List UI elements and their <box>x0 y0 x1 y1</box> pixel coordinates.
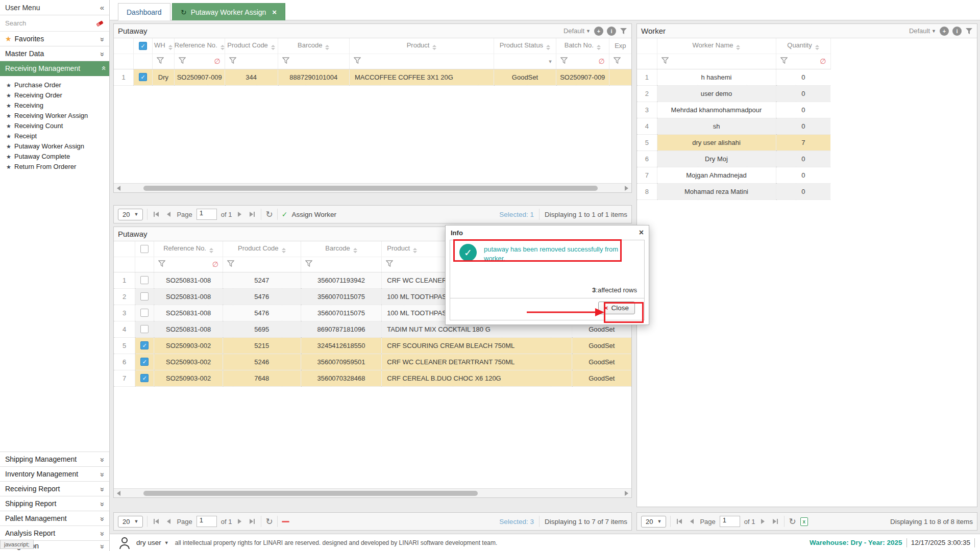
filter-funnel-icon[interactable] <box>386 260 393 267</box>
sidebar-section-master-data[interactable]: Master Data » <box>0 46 109 61</box>
search-input[interactable] <box>5 19 82 27</box>
horizontal-scrollbar[interactable] <box>114 488 631 497</box>
column-header-product-code[interactable]: Product Code <box>223 241 301 257</box>
table-row[interactable]: 1h hashemi0 <box>637 69 830 85</box>
page-size-select[interactable]: 20▼ <box>118 209 143 220</box>
add-view-button[interactable]: + <box>594 27 603 36</box>
first-page-button[interactable] <box>152 517 161 526</box>
row-checkbox[interactable] <box>140 325 149 333</box>
page-size-select[interactable]: 20▼ <box>641 516 666 528</box>
refresh-tab-icon[interactable]: ↻ <box>181 8 187 16</box>
filter-funnel-icon[interactable] <box>229 57 236 64</box>
row-checkbox[interactable] <box>140 309 149 317</box>
sidebar-item-putaway-worker-assign[interactable]: ★Putaway Worker Assign <box>0 141 109 152</box>
sidebar-item-receiving-worker-assign[interactable]: ★Receiving Worker Assign <box>0 111 109 121</box>
table-row[interactable]: 2user demo0 <box>637 85 830 102</box>
filter-funnel-icon[interactable] <box>354 57 361 64</box>
user-menu-dropdown[interactable]: dry user▼ <box>136 539 169 546</box>
filter-funnel-icon[interactable] <box>227 260 234 267</box>
page-size-select[interactable]: 20▼ <box>118 516 143 528</box>
filter-funnel-icon[interactable] <box>662 57 669 64</box>
filter-funnel-icon[interactable] <box>282 57 289 64</box>
select-all-checkbox[interactable]: ✓ <box>139 42 147 50</box>
first-page-button[interactable] <box>152 210 161 219</box>
scroll-left-arrow[interactable] <box>117 186 120 191</box>
filter-funnel-icon[interactable] <box>157 57 164 64</box>
table-row[interactable]: 5dry user alishahi7 <box>637 134 830 151</box>
sidebar-section-receiving-management[interactable]: Receiving Management » <box>0 61 109 76</box>
assign-worker-button[interactable]: Assign Worker <box>291 211 336 218</box>
prev-page-button[interactable] <box>688 517 696 526</box>
table-row[interactable]: 7✓SO250903-00276483560070328468CRF CEREA… <box>114 370 631 386</box>
view-selector[interactable]: Default▼ <box>909 27 936 35</box>
sidebar-item-return-from-orderer[interactable]: ★Return From Orderer <box>0 162 109 172</box>
tab-dashboard[interactable]: Dashboard <box>118 3 170 20</box>
column-header-barcode[interactable]: Barcode <box>301 241 382 257</box>
prev-page-button[interactable] <box>165 210 173 219</box>
row-checkbox[interactable] <box>140 292 149 300</box>
column-header-wh[interactable]: WH <box>152 38 174 54</box>
row-checkbox[interactable] <box>140 276 149 284</box>
filter-funnel-icon[interactable] <box>305 260 312 267</box>
sidebar-collapse-icon[interactable]: « <box>100 3 104 12</box>
page-input[interactable]: 1 <box>720 516 740 527</box>
last-page-button[interactable] <box>771 517 780 526</box>
column-header-worker-name[interactable]: Worker Name <box>657 38 776 54</box>
first-page-button[interactable] <box>675 517 684 526</box>
sidebar-item-receiving-count[interactable]: ★Receiving Count <box>0 121 109 131</box>
sidebar-item-receiving[interactable]: ★Receiving <box>0 101 109 111</box>
view-selector[interactable]: Default▼ <box>564 27 591 35</box>
refresh-grid-button[interactable]: ↻ <box>265 210 273 219</box>
column-header-quantity[interactable]: Quantity <box>776 38 830 54</box>
sidebar-section-shipping-report[interactable]: Shipping Report» <box>0 496 109 511</box>
next-page-button[interactable] <box>236 517 243 526</box>
scroll-right-arrow[interactable] <box>625 186 628 191</box>
filter-icon[interactable] <box>965 28 973 35</box>
sidebar-section-shipping-management[interactable]: Shipping Management» <box>0 452 109 467</box>
column-header-exp[interactable]: Exp <box>609 38 631 54</box>
refresh-grid-button[interactable]: ↻ <box>789 517 796 526</box>
row-checkbox[interactable]: ✓ <box>140 358 149 366</box>
page-input[interactable]: 1 <box>197 209 217 220</box>
sidebar-item-purchase-order[interactable]: ★Purchase Order <box>0 80 109 90</box>
last-page-button[interactable] <box>248 210 257 219</box>
column-header-barcode[interactable]: Barcode <box>278 38 349 54</box>
clear-filter-icon[interactable]: ∅ <box>598 57 604 65</box>
column-header-reference-no[interactable]: Reference No. <box>154 241 223 257</box>
modal-close-icon[interactable]: × <box>639 228 644 237</box>
clear-search-icon[interactable] <box>96 20 104 27</box>
filter-dropdown-icon[interactable]: ▾ <box>549 58 552 65</box>
remove-worker-button[interactable] <box>282 521 289 522</box>
next-page-button[interactable] <box>759 517 767 526</box>
close-button[interactable]: × Close <box>598 302 635 314</box>
sidebar-section-receiving-report[interactable]: Receiving Report» <box>0 482 109 496</box>
last-page-button[interactable] <box>248 517 257 526</box>
scroll-left-arrow[interactable] <box>117 491 120 496</box>
sidebar-section-pallet-management[interactable]: Pallet Management» <box>0 511 109 526</box>
refresh-grid-button[interactable]: ↻ <box>265 517 273 526</box>
sidebar-section-favorites[interactable]: ★Favorites » <box>0 32 109 46</box>
table-row[interactable]: 5✓SO250903-00252153245412618550CRF SCOUR… <box>114 337 631 354</box>
filter-funnel-icon[interactable] <box>179 57 186 64</box>
clear-filter-icon[interactable]: ∅ <box>820 57 826 65</box>
sidebar-section-analysis-report[interactable]: Analysis Report» <box>0 526 109 541</box>
table-row[interactable]: 8Mohamad reza Matini0 <box>637 183 830 199</box>
row-checkbox[interactable]: ✓ <box>140 374 149 382</box>
filter-funnel-icon[interactable] <box>560 57 568 64</box>
filter-icon[interactable] <box>620 28 627 35</box>
table-row[interactable]: 4sh0 <box>637 118 830 134</box>
column-header-reference-no[interactable]: Reference No. <box>174 38 225 54</box>
filter-funnel-icon[interactable] <box>158 260 165 267</box>
next-page-button[interactable] <box>236 210 243 219</box>
column-header-product-code[interactable]: Product Code <box>225 38 278 54</box>
info-button[interactable]: i <box>952 27 962 36</box>
sidebar-item-receiving-order[interactable]: ★Receiving Order <box>0 90 109 101</box>
clear-filter-icon[interactable]: ∅ <box>214 57 220 65</box>
sidebar-item-putaway-complete[interactable]: ★Putaway Complete <box>0 152 109 162</box>
table-row[interactable]: 6✓SO250903-00252463560070959501CRF WC CL… <box>114 354 631 370</box>
column-header-product[interactable]: Product <box>350 38 494 54</box>
sidebar-item-receipt[interactable]: ★Receipt <box>0 131 109 141</box>
export-excel-icon[interactable]: x <box>800 517 808 526</box>
scrollbar-thumb[interactable] <box>143 186 598 191</box>
clear-filter-icon[interactable]: ∅ <box>212 260 218 268</box>
